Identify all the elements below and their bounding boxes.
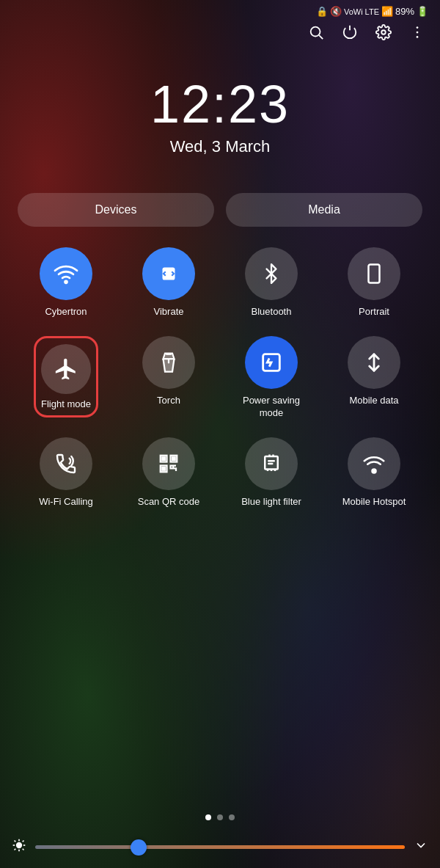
- vibrate-circle: [142, 247, 195, 300]
- power-saving-label: Power saving mode: [231, 395, 312, 420]
- mobile-data-label: Mobile data: [349, 395, 398, 407]
- portrait-label: Portrait: [359, 306, 389, 318]
- clock-date: Wed, 3 March: [170, 137, 271, 156]
- vibrate-label: Vibrate: [154, 306, 184, 318]
- quick-settings: Cybertron Vibrate Blue: [0, 247, 440, 526]
- lock-icon: 🔒: [316, 6, 328, 17]
- power-button[interactable]: [342, 24, 358, 40]
- torch-label: Torch: [157, 395, 180, 407]
- torch-icon: [158, 351, 180, 373]
- scan-qr-label: Scan QR code: [138, 496, 200, 508]
- svg-line-25: [23, 849, 24, 850]
- portrait-circle: [348, 247, 400, 300]
- hotspot-circle: [348, 437, 400, 490]
- qs-item-power-saving[interactable]: Power saving mode: [231, 336, 312, 420]
- power-saving-circle: [245, 336, 298, 389]
- more-button[interactable]: [409, 24, 425, 40]
- svg-line-28: [15, 849, 16, 850]
- status-icons: 🔒 🔇 VoWi LTE 📶 89% 🔋: [316, 6, 428, 17]
- svg-rect-16: [162, 457, 165, 460]
- torch-circle: [142, 336, 195, 389]
- mute-icon: 🔇: [330, 6, 342, 17]
- portrait-icon: [363, 263, 385, 285]
- qs-item-blue-light[interactable]: Blue light filter: [231, 437, 312, 508]
- power-saving-icon: [259, 350, 284, 375]
- bluetooth-icon: [261, 261, 282, 286]
- brightness-icon: [12, 838, 26, 856]
- wifi-calling-icon: [54, 452, 78, 475]
- svg-point-5: [417, 36, 419, 38]
- vibrate-icon: [156, 261, 181, 286]
- battery-percentage: 89%: [395, 6, 414, 17]
- qs-item-torch[interactable]: Torch: [128, 336, 209, 420]
- flight-circle: [41, 344, 91, 394]
- wifi-calling-label: Wi-Fi Calling: [39, 496, 93, 508]
- hotspot-label: Mobile Hotspot: [342, 496, 406, 508]
- svg-point-6: [65, 281, 67, 283]
- hotspot-icon: [363, 453, 385, 475]
- svg-line-29: [23, 841, 24, 842]
- dot-2: [217, 814, 223, 820]
- blue-light-circle: [245, 437, 298, 490]
- wifi-label: Cybertron: [45, 306, 87, 318]
- media-tab[interactable]: Media: [226, 193, 422, 227]
- svg-line-24: [15, 841, 16, 842]
- devices-tab[interactable]: Devices: [18, 193, 214, 227]
- brightness-row: [0, 832, 440, 868]
- brightness-slider[interactable]: [35, 845, 405, 849]
- signal-icon: VoWi: [344, 7, 363, 16]
- svg-point-21: [17, 843, 22, 848]
- qs-item-bluetooth[interactable]: Bluetooth: [231, 247, 312, 318]
- blue-light-label: Blue light filter: [241, 496, 301, 508]
- qs-row-3: Wi-Fi Calling Scan QR code: [15, 437, 425, 508]
- svg-point-2: [381, 30, 386, 34]
- wifi-circle: [40, 247, 92, 300]
- svg-point-20: [373, 469, 376, 473]
- blue-light-icon: [260, 453, 282, 475]
- settings-button[interactable]: [375, 24, 392, 40]
- lte-icon: LTE: [365, 7, 379, 16]
- flight-icon: [54, 357, 78, 382]
- dot-3: [229, 814, 235, 820]
- scan-qr-circle: [142, 437, 195, 490]
- qs-item-hotspot[interactable]: Mobile Hotspot: [334, 437, 414, 508]
- bluetooth-circle: [245, 247, 298, 300]
- qs-item-portrait[interactable]: Portrait: [334, 247, 414, 318]
- svg-point-3: [417, 26, 419, 29]
- svg-point-0: [311, 27, 320, 37]
- battery-icon: 🔋: [417, 6, 428, 17]
- svg-line-1: [319, 35, 323, 39]
- search-icon: [308, 24, 324, 40]
- qs-item-wifi-calling[interactable]: Wi-Fi Calling: [26, 437, 106, 508]
- power-icon: [342, 24, 358, 40]
- status-bar: 🔒 🔇 VoWi LTE 📶 89% 🔋: [0, 0, 440, 20]
- chevron-down-icon[interactable]: [414, 838, 428, 856]
- search-button[interactable]: [308, 24, 324, 40]
- mobile-data-circle: [348, 336, 400, 389]
- qr-icon: [158, 453, 180, 475]
- wifi-icon: [54, 261, 78, 286]
- svg-rect-18: [162, 467, 165, 470]
- mobile-data-icon: [363, 351, 385, 373]
- qs-item-flight[interactable]: Flight mode: [26, 336, 106, 420]
- bluetooth-label: Bluetooth: [252, 306, 292, 318]
- svg-rect-17: [172, 457, 175, 460]
- brightness-thumb[interactable]: [131, 839, 147, 856]
- network-bars: 📶: [381, 6, 393, 17]
- qs-item-vibrate[interactable]: Vibrate: [128, 247, 209, 318]
- qs-item-wifi[interactable]: Cybertron: [26, 247, 106, 318]
- svg-point-4: [417, 32, 419, 34]
- wifi-calling-circle: [40, 437, 92, 490]
- qs-item-scan-qr[interactable]: Scan QR code: [128, 437, 209, 508]
- gear-icon: [375, 24, 392, 40]
- qs-row-2: Flight mode Torch: [15, 336, 425, 420]
- qs-row-1: Cybertron Vibrate Blue: [15, 247, 425, 318]
- more-icon: [409, 24, 425, 40]
- qs-item-mobile-data[interactable]: Mobile data: [334, 336, 414, 420]
- device-media-row: Devices Media: [0, 193, 440, 227]
- page-dots: [0, 814, 440, 832]
- clock-area: 12:23 Wed, 3 March: [0, 74, 440, 156]
- clock-time: 12:23: [150, 74, 290, 134]
- top-actions: [0, 20, 440, 45]
- flight-label: Flight mode: [41, 398, 91, 411]
